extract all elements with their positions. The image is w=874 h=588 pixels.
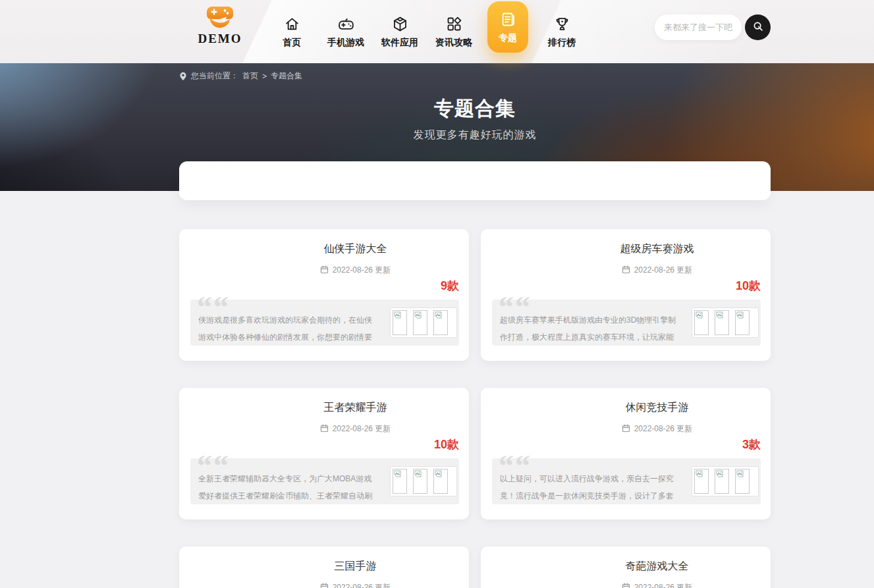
nav-item-label: 软件应用 bbox=[381, 37, 418, 49]
location-pin-icon bbox=[179, 72, 187, 81]
quote-marks: ““ bbox=[499, 449, 532, 471]
nav-item-news[interactable]: 资讯攻略 bbox=[433, 0, 474, 63]
topic-card[interactable]: 超级房车赛游戏 2022-08-26 更新 10款 ““ 超级房车赛苹果手机版游… bbox=[481, 229, 771, 361]
topic-date: 2022-08-26 更新 bbox=[252, 582, 459, 588]
filter-panel bbox=[179, 161, 771, 200]
breadcrumb: 您当前位置： 首页 > 专题合集 bbox=[179, 63, 771, 82]
topic-card[interactable]: 三国手游 2022-08-26 更新 ““ bbox=[179, 547, 469, 588]
topic-title: 奇葩游戏大全 bbox=[553, 560, 761, 574]
quote-marks: ““ bbox=[197, 290, 230, 313]
broken-image-thumbnail bbox=[715, 469, 729, 494]
topic-date-text: 2022-08-26 更新 bbox=[634, 265, 693, 276]
topic-card[interactable]: 休闲竞技手游 2022-08-26 更新 3款 ““ 以上疑问，可以进入流行战争… bbox=[481, 388, 771, 520]
topic-description: 以上疑问，可以进入流行战争游戏，亲自去一探究竟！流行战争是一款休闲竞技类手游，设… bbox=[500, 470, 679, 504]
nav-item-software[interactable]: 软件应用 bbox=[379, 0, 420, 63]
broken-image-thumbnail bbox=[694, 469, 709, 494]
topic-date: 2022-08-26 更新 bbox=[252, 423, 459, 435]
page-subtitle: 发现更多有趣好玩的游戏 bbox=[179, 128, 771, 142]
grid-icon bbox=[445, 15, 463, 33]
nav-item-label: 手机游戏 bbox=[327, 37, 364, 49]
topic-count-badge: 9款 bbox=[179, 278, 459, 294]
nav-item-mobile-games[interactable]: 手机游戏 bbox=[325, 0, 366, 63]
topic-thumbnails bbox=[390, 466, 457, 496]
broken-image-thumbnail bbox=[735, 469, 750, 494]
nav-item-topics[interactable]: 专题 bbox=[487, 1, 528, 53]
calendar-icon bbox=[622, 583, 630, 588]
calendar-icon bbox=[320, 265, 329, 276]
calendar-icon bbox=[320, 583, 329, 588]
topic-date-text: 2022-08-26 更新 bbox=[333, 265, 391, 276]
topic-quote-box: ““ 超级房车赛苹果手机版游戏由专业的3D物理引擎制作打造，极大程度上原真实的赛… bbox=[492, 300, 761, 346]
broken-image-thumbnail bbox=[735, 310, 750, 335]
broken-image-thumbnail bbox=[393, 469, 407, 494]
breadcrumb-home-link[interactable]: 首页 bbox=[242, 70, 258, 82]
topic-thumbnails bbox=[390, 307, 457, 338]
topic-date-text: 2022-08-26 更新 bbox=[333, 582, 391, 588]
broken-image-thumbnail bbox=[413, 469, 427, 494]
breadcrumb-current: 专题合集 bbox=[271, 70, 302, 82]
main-nav: 首页 手机游戏 软件应用 bbox=[271, 0, 582, 63]
topic-title: 休闲竞技手游 bbox=[553, 401, 761, 415]
search-button[interactable] bbox=[745, 14, 771, 40]
site-logo[interactable]: DEMO bbox=[195, 4, 245, 46]
quote-marks: ““ bbox=[197, 449, 230, 471]
topic-quote-box: ““ 以上疑问，可以进入流行战争游戏，亲自去一探究竟！流行战争是一款休闲竞技类手… bbox=[492, 458, 761, 504]
topic-card[interactable]: 奇葩游戏大全 2022-08-26 更新 ““ bbox=[481, 547, 771, 588]
nav-item-home[interactable]: 首页 bbox=[271, 0, 312, 63]
topic-date: 2022-08-26 更新 bbox=[252, 265, 459, 276]
topics-grid: 仙侠手游大全 2022-08-26 更新 9款 ““ 侠游戏是很多喜欢玩游戏的玩… bbox=[179, 229, 771, 588]
brand-name: DEMO bbox=[195, 32, 245, 46]
topic-date: 2022-08-26 更新 bbox=[553, 423, 761, 435]
topic-date-text: 2022-08-26 更新 bbox=[634, 423, 693, 435]
topic-date: 2022-08-26 更新 bbox=[553, 582, 761, 588]
nav-item-label: 排行榜 bbox=[548, 37, 576, 49]
home-icon bbox=[283, 15, 301, 33]
topic-card[interactable]: 仙侠手游大全 2022-08-26 更新 9款 ““ 侠游戏是很多喜欢玩游戏的玩… bbox=[179, 229, 469, 361]
topic-thumbnails bbox=[692, 307, 759, 338]
site-header: DEMO 首页 手机游戏 bbox=[0, 0, 874, 63]
gamepad-icon bbox=[337, 15, 355, 33]
topic-date-text: 2022-08-26 更新 bbox=[333, 423, 391, 435]
search-box bbox=[655, 14, 742, 40]
breadcrumb-separator: > bbox=[262, 72, 267, 81]
topic-description: 全新王者荣耀辅助器大全专区，为广大MOBA游戏爱好者提供王者荣耀刷金币辅助、王者… bbox=[198, 470, 377, 504]
broken-image-thumbnail bbox=[433, 469, 448, 494]
nav-item-label: 资讯攻略 bbox=[435, 37, 472, 49]
topic-title: 超级房车赛游戏 bbox=[553, 242, 761, 256]
broken-image-thumbnail bbox=[413, 310, 427, 335]
topic-description: 超级房车赛苹果手机版游戏由专业的3D物理引擎制作打造，极大程度上原真实的赛车环境… bbox=[500, 311, 679, 346]
calendar-icon bbox=[622, 424, 630, 435]
nav-item-label: 专题 bbox=[499, 32, 517, 44]
topic-count-badge: 10款 bbox=[481, 278, 761, 294]
search-input[interactable] bbox=[655, 14, 742, 40]
topic-card[interactable]: 王者荣耀手游 2022-08-26 更新 10款 ““ 全新王者荣耀辅助器大全专… bbox=[179, 388, 469, 520]
topic-quote-box: ““ 侠游戏是很多喜欢玩游戏的玩家会期待的，在仙侠游戏中体验各种修仙的剧情发展，… bbox=[190, 300, 459, 346]
quote-marks: ““ bbox=[499, 290, 532, 313]
trophy-icon bbox=[553, 15, 571, 33]
topic-date-text: 2022-08-26 更新 bbox=[634, 582, 693, 588]
calendar-icon bbox=[320, 424, 329, 435]
search-icon bbox=[752, 20, 764, 34]
breadcrumb-prefix: 您当前位置： bbox=[191, 70, 238, 82]
nav-item-rankings[interactable]: 排行榜 bbox=[541, 0, 582, 63]
topic-count-badge: 3款 bbox=[481, 437, 761, 452]
document-icon bbox=[499, 11, 517, 28]
topic-count-badge: 10款 bbox=[179, 437, 459, 452]
topic-description: 侠游戏是很多喜欢玩游戏的玩家会期待的，在仙侠游戏中体验各种修仙的剧情发展，你想要… bbox=[198, 311, 377, 346]
topic-title: 三国手游 bbox=[252, 560, 459, 574]
broken-image-thumbnail bbox=[393, 310, 407, 335]
topic-quote-box: ““ 全新王者荣耀辅助器大全专区，为广大MOBA游戏爱好者提供王者荣耀刷金币辅助… bbox=[190, 458, 459, 504]
nav-item-label: 首页 bbox=[283, 37, 301, 49]
gamepad-logo-icon bbox=[203, 21, 237, 32]
calendar-icon bbox=[622, 265, 630, 276]
cube-icon bbox=[391, 15, 409, 33]
topic-title: 王者荣耀手游 bbox=[252, 401, 459, 415]
broken-image-thumbnail bbox=[433, 310, 448, 335]
topic-thumbnails bbox=[692, 466, 759, 496]
topics-section: 仙侠手游大全 2022-08-26 更新 9款 ““ 侠游戏是很多喜欢玩游戏的玩… bbox=[179, 229, 771, 588]
page-title: 专题合集 bbox=[179, 95, 771, 122]
broken-image-thumbnail bbox=[694, 310, 709, 335]
broken-image-thumbnail bbox=[715, 310, 729, 335]
topic-date: 2022-08-26 更新 bbox=[553, 265, 761, 276]
topic-title: 仙侠手游大全 bbox=[252, 242, 459, 256]
